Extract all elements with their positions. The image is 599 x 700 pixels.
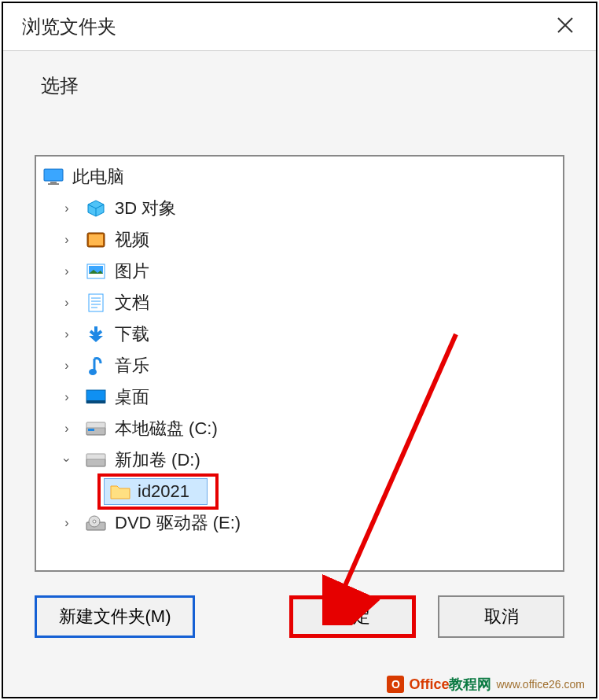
cube-icon xyxy=(85,197,107,219)
desktop-icon xyxy=(85,386,107,408)
picture-icon xyxy=(85,260,107,282)
chevron-right-icon[interactable]: › xyxy=(60,359,74,373)
watermark: O Office教程网 www.office26.com xyxy=(387,675,585,694)
svg-rect-7 xyxy=(89,294,103,311)
watermark-text2: 教程网 xyxy=(449,676,491,692)
svg-rect-4 xyxy=(89,234,103,245)
tree-item-music[interactable]: › 音乐 xyxy=(36,350,563,381)
watermark-text1: Office xyxy=(409,676,449,692)
svg-rect-16 xyxy=(86,422,105,428)
tree-root-this-pc[interactable]: 此电脑 xyxy=(36,161,563,193)
new-folder-button[interactable]: 新建文件夹(M) xyxy=(35,595,195,638)
chevron-right-icon[interactable]: › xyxy=(60,296,74,310)
download-icon xyxy=(85,323,107,345)
video-icon xyxy=(85,229,107,251)
chevron-right-icon[interactable]: › xyxy=(60,233,74,247)
tree-item-pictures[interactable]: › 图片 xyxy=(36,256,563,287)
tree-item-downloads[interactable]: › 下载 xyxy=(36,319,563,350)
tree-item-selected-id2021[interactable]: id2021 xyxy=(36,476,563,507)
chevron-right-icon[interactable]: › xyxy=(60,516,74,530)
cancel-button[interactable]: 取消 xyxy=(438,595,564,638)
selection-highlight: id2021 xyxy=(97,473,219,510)
chevron-right-icon[interactable]: › xyxy=(60,422,74,436)
tree-label: 桌面 xyxy=(115,385,149,409)
tree-item-videos[interactable]: › 视频 xyxy=(36,224,563,256)
tree-item-desktop[interactable]: › 桌面 xyxy=(36,381,563,413)
svg-rect-1 xyxy=(50,182,57,183)
svg-rect-2 xyxy=(48,183,59,185)
tree-item-3d-objects[interactable]: › 3D 对象 xyxy=(36,193,563,224)
chevron-right-icon[interactable]: › xyxy=(60,264,74,278)
chevron-right-icon[interactable]: › xyxy=(60,390,74,404)
tree-label: id2021 xyxy=(138,481,189,502)
document-icon xyxy=(85,292,107,314)
chevron-right-icon[interactable]: › xyxy=(60,327,74,341)
button-row: 新建文件夹(M) 确定 取消 xyxy=(3,572,596,638)
tree-label: DVD 驱动器 (E:) xyxy=(115,511,241,535)
svg-point-22 xyxy=(93,520,96,523)
tree-label: 此电脑 xyxy=(72,165,124,189)
tree-item-local-disk-c[interactable]: › 本地磁盘 (C:) xyxy=(36,413,563,444)
monitor-icon xyxy=(42,166,64,188)
svg-rect-0 xyxy=(44,169,63,181)
dialog-subtitle: 选择 xyxy=(3,51,596,114)
tree-label: 音乐 xyxy=(115,354,149,378)
tree-label: 下载 xyxy=(115,322,149,346)
music-icon xyxy=(85,355,107,377)
tree-item-volume-d[interactable]: › 新加卷 (D:) xyxy=(36,444,563,476)
dvd-drive-icon xyxy=(85,512,107,534)
drive-icon xyxy=(85,449,107,471)
dialog-title: 浏览文件夹 xyxy=(22,14,116,39)
chevron-right-icon[interactable]: › xyxy=(60,201,74,216)
drive-icon xyxy=(85,418,107,440)
tree-label: 文档 xyxy=(115,291,149,315)
folder-tree[interactable]: 此电脑 › 3D 对象 › 视频 › 图 xyxy=(35,155,564,572)
svg-rect-19 xyxy=(86,454,105,459)
tree-label: 图片 xyxy=(115,260,149,283)
ok-button[interactable]: 确定 xyxy=(289,595,416,638)
watermark-url: www.office26.com xyxy=(496,678,585,691)
tree-label: 3D 对象 xyxy=(115,197,176,220)
tree-item-dvd-drive-e[interactable]: › DVD 驱动器 (E:) xyxy=(36,507,563,539)
tree-label: 新加卷 (D:) xyxy=(115,448,200,472)
folder-icon xyxy=(109,481,131,503)
svg-point-12 xyxy=(89,369,97,375)
chevron-down-icon[interactable]: › xyxy=(60,453,74,467)
tree-label: 本地磁盘 (C:) xyxy=(115,417,218,440)
office-logo-icon: O xyxy=(387,676,404,693)
titlebar: 浏览文件夹 xyxy=(3,3,596,51)
svg-rect-17 xyxy=(88,429,94,431)
svg-rect-14 xyxy=(86,400,105,403)
tree-label: 视频 xyxy=(115,228,149,252)
browse-folder-dialog: 浏览文件夹 选择 此电脑 › 3D 对象 › xyxy=(2,2,597,698)
close-icon[interactable] xyxy=(549,11,582,42)
tree-item-documents[interactable]: › 文档 xyxy=(36,287,563,319)
